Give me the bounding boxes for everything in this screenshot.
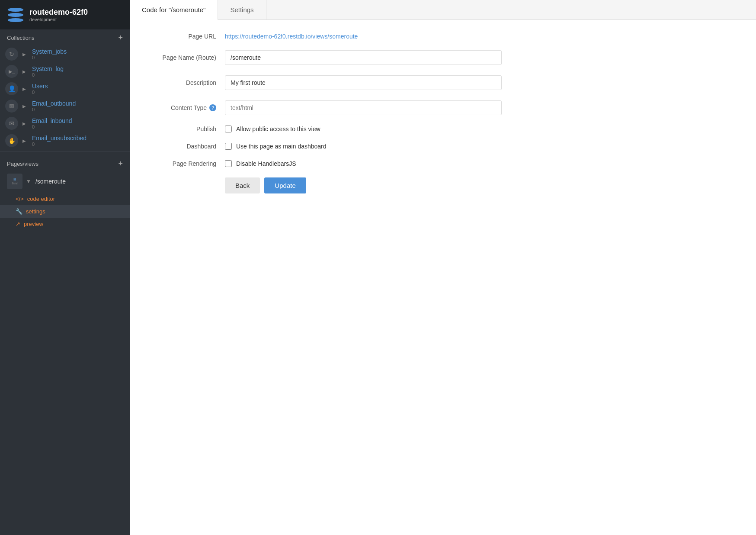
form-row-dashboard: Dashboard Use this page as main dashboar…: [147, 143, 502, 150]
system-log-count: 0: [32, 72, 64, 77]
arrow-icon: ▶: [22, 52, 26, 57]
form-row-description: Description: [147, 75, 502, 90]
arrow-icon: ▶: [22, 121, 26, 126]
pages-section-header: Pages/views +: [0, 155, 130, 170]
form-buttons: Back Update: [147, 177, 502, 193]
page-someroute-label: /someroute: [35, 178, 66, 185]
users-icon: 👤: [5, 82, 18, 95]
dashboard-checkbox-row: Use this page as main dashboard: [225, 143, 327, 150]
arrow-icon: ▶: [22, 87, 26, 91]
code-editor-icon: </>: [16, 196, 24, 202]
arrow-icon: ▶: [22, 139, 26, 143]
publish-label: Publish: [147, 126, 216, 132]
system-jobs-icon: ↻: [5, 48, 18, 61]
app-env: development: [29, 17, 88, 22]
code-editor-label: code editor: [27, 196, 55, 202]
page-sub-item-preview[interactable]: ↗ preview: [0, 218, 130, 230]
system-jobs-label: System_jobs: [32, 48, 67, 55]
main-content: Code for "/someroute" Settings Page URL …: [130, 0, 756, 535]
email-outbound-count: 0: [32, 107, 76, 112]
pages-label: Pages/views: [7, 161, 38, 167]
arrow-icon: ▶: [22, 69, 26, 74]
sidebar-divider: [0, 151, 130, 152]
dashboard-checkbox-label: Use this page as main dashboard: [236, 143, 327, 150]
email-outbound-icon: ✉: [5, 100, 18, 113]
email-unsubscribed-icon: ✋: [5, 134, 18, 147]
sidebar-item-email_outbound[interactable]: ✉ ▶ Email_outbound 0: [0, 96, 130, 113]
page-html-icon: ⊞ html: [7, 174, 22, 189]
email-unsubscribed-count: 0: [32, 142, 86, 147]
publish-checkbox-row: Allow public access to this view: [225, 126, 320, 132]
page-expand-arrow: ▼: [26, 178, 31, 184]
page-sub-item-code-editor[interactable]: </> code editor: [0, 193, 130, 205]
sidebar-item-email_inbound[interactable]: ✉ ▶ Email_inbound 0: [0, 113, 130, 131]
collections-section-header: Collections +: [0, 29, 130, 44]
tab-code[interactable]: Code for "/someroute": [130, 0, 218, 20]
publish-checkbox-label: Allow public access to this view: [236, 126, 320, 132]
form-row-page-rendering: Page Rendering Disable HandlebarsJS: [147, 160, 502, 167]
system-jobs-count: 0: [32, 55, 67, 60]
page-item-someroute[interactable]: ⊞ html ▼ /someroute: [0, 170, 130, 193]
page-sub-item-settings[interactable]: 🔧 settings: [0, 205, 130, 218]
back-button[interactable]: Back: [225, 177, 260, 193]
page-url-value[interactable]: https://routedemo-62f0.restdb.io/views/s…: [225, 33, 358, 40]
page-rendering-checkbox-label: Disable HandlebarsJS: [236, 160, 296, 167]
page-name-label: Page Name (Route): [147, 54, 216, 61]
form-row-publish: Publish Allow public access to this view: [147, 126, 502, 132]
tab-settings[interactable]: Settings: [218, 0, 266, 19]
settings-label: settings: [26, 208, 45, 215]
settings-form: Page URL https://routedemo-62f0.restdb.i…: [130, 20, 519, 206]
arrow-icon: ▶: [22, 104, 26, 109]
form-row-content-type: Content Type ?: [147, 100, 502, 115]
tab-bar: Code for "/someroute" Settings: [130, 0, 756, 20]
form-row-page-name: Page Name (Route): [147, 50, 502, 65]
page-name-input[interactable]: [225, 50, 502, 65]
email-inbound-count: 0: [32, 124, 72, 129]
system-log-icon: ▶_: [5, 65, 18, 78]
app-name: routedemo-62f0: [29, 8, 88, 17]
description-input[interactable]: [225, 75, 502, 90]
sidebar-item-email_unsubscribed[interactable]: ✋ ▶ Email_unsubscribed 0: [0, 131, 130, 148]
users-label: Users: [32, 83, 48, 90]
app-logo: [7, 6, 24, 23]
sidebar: routedemo-62f0 development Collections +…: [0, 0, 130, 535]
add-page-button[interactable]: +: [118, 160, 123, 168]
add-collection-button[interactable]: +: [118, 34, 123, 42]
app-header: routedemo-62f0 development: [0, 0, 130, 29]
preview-icon: ↗: [16, 221, 20, 227]
page-url-label: Page URL: [147, 33, 216, 40]
users-count: 0: [32, 90, 48, 95]
collections-label: Collections: [7, 35, 35, 41]
email-outbound-label: Email_outbound: [32, 100, 76, 107]
email-unsubscribed-label: Email_unsubscribed: [32, 135, 86, 142]
email-inbound-icon: ✉: [5, 117, 18, 130]
system-log-label: System_log: [32, 65, 64, 72]
form-row-page-url: Page URL https://routedemo-62f0.restdb.i…: [147, 33, 502, 40]
update-button[interactable]: Update: [264, 177, 306, 193]
page-rendering-checkbox-row: Disable HandlebarsJS: [225, 160, 296, 167]
settings-icon: 🔧: [16, 208, 22, 215]
dashboard-label: Dashboard: [147, 143, 216, 150]
dashboard-checkbox[interactable]: [225, 143, 232, 150]
sidebar-item-users[interactable]: 👤 ▶ Users 0: [0, 79, 130, 96]
email-inbound-label: Email_inbound: [32, 117, 72, 124]
page-rendering-checkbox[interactable]: [225, 160, 232, 167]
content-type-input[interactable]: [225, 100, 502, 115]
content-type-label: Content Type ?: [147, 104, 216, 111]
sidebar-item-system_jobs[interactable]: ↻ ▶ System_jobs 0: [0, 44, 130, 61]
page-rendering-label: Page Rendering: [147, 160, 216, 167]
description-label: Description: [147, 79, 216, 86]
sidebar-item-system_log[interactable]: ▶_ ▶ System_log 0: [0, 61, 130, 79]
content-type-help-icon[interactable]: ?: [209, 104, 216, 111]
publish-checkbox[interactable]: [225, 126, 232, 132]
preview-label: preview: [24, 221, 43, 227]
